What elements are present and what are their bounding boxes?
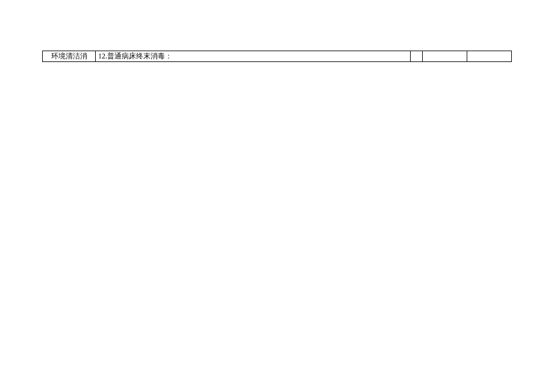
score-cell-3: [467, 51, 511, 62]
category-cell: 环境清洁消: [43, 51, 96, 62]
score-cell-2: [422, 51, 467, 62]
score-cell-1: [410, 51, 422, 62]
disinfection-table: 环境清洁消 12.普通病床终末消毒：: [42, 51, 512, 62]
item-text: 普通病床终末消毒：: [107, 52, 172, 60]
item-cell: 12.普通病床终末消毒：: [96, 51, 411, 62]
table-row: 环境清洁消 12.普通病床终末消毒：: [43, 51, 512, 62]
item-number: 12.: [98, 52, 107, 60]
